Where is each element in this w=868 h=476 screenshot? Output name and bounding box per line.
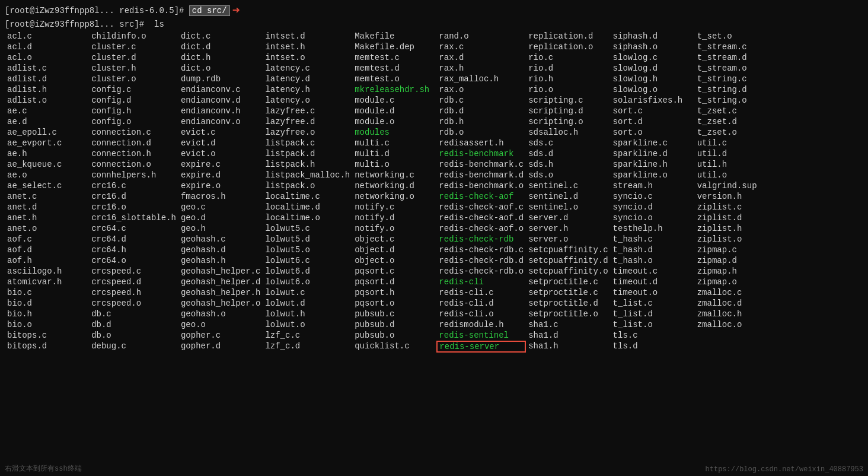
file-item: sort.c xyxy=(611,106,695,116)
file-item: t_string.o xyxy=(695,95,779,106)
file-item: endianconv.o xyxy=(178,116,263,127)
file-item: geohash_helper.o xyxy=(178,298,263,309)
file-item: tls.c xyxy=(611,330,695,341)
file-item: redis-benchmark.d xyxy=(436,170,526,180)
command-1: cd src/ xyxy=(189,5,230,16)
file-item: module.o xyxy=(352,116,436,127)
file-item: dump.rdb xyxy=(178,74,263,84)
file-item: pqsort.d xyxy=(352,277,436,287)
file-item: setproctitle.c xyxy=(526,277,610,287)
file-item: slowlog.h xyxy=(611,74,695,84)
file-item: rio.c xyxy=(526,52,610,63)
file-item: stream.h xyxy=(611,180,695,191)
file-item: connection.o xyxy=(89,159,178,170)
file-item: lolwut5.o xyxy=(263,245,352,255)
file-item: anet.d xyxy=(5,202,89,212)
file-item: crcspeed.h xyxy=(89,287,178,298)
file-item: quicklist.c xyxy=(352,341,436,353)
file-item: asciilogo.h xyxy=(5,266,89,277)
file-item: anet.c xyxy=(5,191,89,202)
file-item: lolwut6.c xyxy=(263,255,352,266)
file-item: evict.c xyxy=(178,127,263,138)
file-item xyxy=(779,255,863,266)
file-item: module.d xyxy=(352,106,436,116)
file-item: localtime.c xyxy=(263,191,352,202)
file-item: listpack.h xyxy=(263,159,352,170)
file-item: config.o xyxy=(89,116,178,127)
file-item: adlist.c xyxy=(5,63,89,74)
file-item: sds.o xyxy=(526,170,610,180)
file-item: zipmap.h xyxy=(695,266,779,277)
file-item: util.o xyxy=(695,170,779,180)
file-item: redis-server xyxy=(436,341,526,353)
file-item: intset.d xyxy=(263,31,352,42)
file-item: rdb.c xyxy=(436,95,526,106)
prompt-line-2: [root@iZwz93ffnpp8l... src]# ls xyxy=(5,20,863,29)
file-item: listpack.d xyxy=(263,148,352,159)
file-item: lolwut6.o xyxy=(263,277,352,287)
file-item: redis-benchmark.c xyxy=(436,159,526,170)
file-item: memtest.o xyxy=(352,74,436,84)
file-item: networking.c xyxy=(352,170,436,180)
file-item xyxy=(779,127,863,138)
file-item xyxy=(779,319,863,330)
file-item: pubsub.o xyxy=(352,330,436,341)
file-item xyxy=(779,74,863,84)
file-item: sort.o xyxy=(611,127,695,138)
file-item: geohash.h xyxy=(178,255,263,266)
file-item: setproctitle.o xyxy=(526,309,610,319)
file-item: geo.c xyxy=(178,202,263,212)
file-item: redis-cli.d xyxy=(436,298,526,309)
file-item: bio.d xyxy=(5,298,89,309)
file-item: anet.o xyxy=(5,223,89,234)
file-item: aof.d xyxy=(5,245,89,255)
file-item: geohash.c xyxy=(178,234,263,245)
file-item: sds.c xyxy=(526,138,610,148)
file-item xyxy=(779,287,863,298)
file-item: scripting.o xyxy=(526,116,610,127)
file-item: connection.d xyxy=(89,138,178,148)
file-item: gopher.d xyxy=(178,341,263,353)
file-item: util.h xyxy=(695,159,779,170)
file-item: multi.o xyxy=(352,159,436,170)
file-item: notify.o xyxy=(352,223,436,234)
prompt-line-1: [root@iZwz93ffnpp8l... redis-6.0.5]# cd … xyxy=(5,2,863,18)
file-item: t_stream.c xyxy=(695,42,779,52)
file-item: networking.o xyxy=(352,191,436,202)
file-item: ae.o xyxy=(5,170,89,180)
file-item: server.d xyxy=(526,212,610,223)
file-item: lzf_c.d xyxy=(263,341,352,353)
file-item: t_set.o xyxy=(695,31,779,42)
file-item: bio.o xyxy=(5,319,89,330)
file-item: pqsort.h xyxy=(352,287,436,298)
file-item: lolwut.o xyxy=(263,319,352,330)
file-item: rax.d xyxy=(436,52,526,63)
file-item: latency.o xyxy=(263,95,352,106)
file-item: redis-check-aof.c xyxy=(436,202,526,212)
file-item: server.h xyxy=(526,223,610,234)
file-item: object.d xyxy=(352,245,436,255)
file-item: pqsort.c xyxy=(352,266,436,277)
file-item: redis-cli.c xyxy=(436,287,526,298)
file-item: zipmap.c xyxy=(695,245,779,255)
file-item xyxy=(779,148,863,159)
file-item xyxy=(779,341,863,353)
file-item: aof.c xyxy=(5,234,89,245)
file-item: crc64.o xyxy=(89,255,178,266)
file-item: crc16.o xyxy=(89,202,178,212)
file-item: atomicvar.h xyxy=(5,277,89,287)
file-item xyxy=(779,212,863,223)
file-item: lazyfree.o xyxy=(263,127,352,138)
file-item: setproctitle.d xyxy=(526,298,610,309)
file-item: t_list.d xyxy=(611,309,695,319)
file-item: redis-cli.o xyxy=(436,309,526,319)
file-item: crc16.d xyxy=(89,191,178,202)
file-item: geo.o xyxy=(178,319,263,330)
file-item: syncio.c xyxy=(611,191,695,202)
file-item: t_stream.d xyxy=(695,52,779,63)
file-item xyxy=(779,31,863,42)
file-item: rax_malloc.h xyxy=(436,74,526,84)
file-item: lazyfree.c xyxy=(263,106,352,116)
file-item: notify.c xyxy=(352,202,436,212)
file-item: t_string.d xyxy=(695,84,779,95)
